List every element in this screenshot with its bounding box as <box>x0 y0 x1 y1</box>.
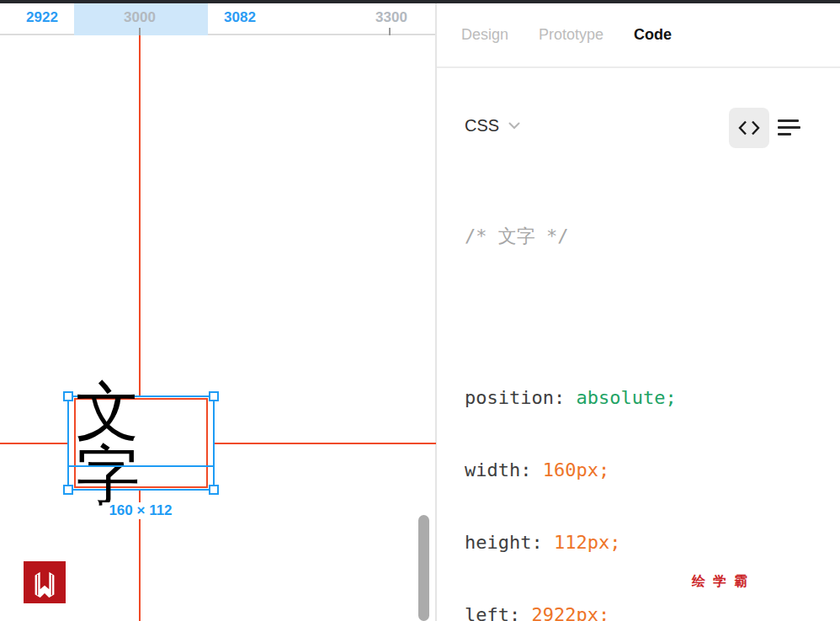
canvas-text[interactable]: 文字 <box>76 380 206 507</box>
text-bounding-box: 文字 <box>74 398 208 488</box>
watermark-overlay: 绘学霸 <box>627 559 840 621</box>
horizontal-ruler: 2922 3000 3082 3300 <box>0 3 435 35</box>
ruler-mark: 3300 <box>375 7 407 29</box>
tab-design[interactable]: Design <box>461 26 508 44</box>
ruler-tick <box>389 28 391 35</box>
window-top-edge <box>0 0 840 3</box>
code-toolbar: CSS <box>437 108 840 148</box>
huixueba-logo <box>24 561 66 603</box>
tab-code[interactable]: Code <box>634 26 672 44</box>
code-brackets-icon <box>738 120 760 135</box>
horizontal-guide[interactable] <box>0 443 436 444</box>
code-view-button[interactable] <box>729 108 769 148</box>
css-code-block: /* 文字 */ position: absolute; width: 160p… <box>465 179 835 621</box>
chevron-down-icon <box>508 122 520 130</box>
code-line: height: 112px; <box>465 528 835 558</box>
canvas-area[interactable]: 2922 3000 3082 3300 文字 160 × 112 <box>0 3 437 621</box>
language-dropdown[interactable]: CSS <box>465 116 520 135</box>
vertical-guide[interactable] <box>139 35 141 621</box>
line-icon-bar <box>778 119 799 122</box>
language-label: CSS <box>465 116 499 135</box>
code-line: position: absolute; <box>465 383 835 413</box>
resize-handle-top-left[interactable] <box>63 391 73 401</box>
table-view-button[interactable] <box>778 119 800 137</box>
watermark-text: 绘学霸 <box>692 573 755 591</box>
ruler-mark: 3082 <box>224 7 256 29</box>
ruler-tick <box>139 28 141 35</box>
line-icon-bar <box>778 133 791 135</box>
ruler-mark: 2922 <box>26 7 58 29</box>
ruler-mark: 3000 <box>124 7 156 29</box>
logo-w-icon <box>29 565 61 599</box>
resize-handle-bottom-right[interactable] <box>209 485 219 495</box>
line-icon-bar <box>778 126 800 129</box>
resize-handle-top-right[interactable] <box>209 391 219 401</box>
canvas-scrollbar-thumb[interactable] <box>418 515 429 621</box>
selection-size-label: 160 × 112 <box>102 502 178 519</box>
selected-text-element[interactable]: 文字 <box>67 395 215 491</box>
code-comment: /* 文字 */ <box>465 221 835 252</box>
tab-prototype[interactable]: Prototype <box>539 26 603 44</box>
inspector-panel: Design Prototype Code CSS /* 文字 */ posit… <box>437 3 840 621</box>
inspector-tabs: Design Prototype Code <box>437 3 840 68</box>
text-baseline-indicator <box>67 465 215 467</box>
resize-handle-bottom-left[interactable] <box>63 485 73 495</box>
code-spacer <box>465 294 835 341</box>
code-line: width: 160px; <box>465 455 835 486</box>
